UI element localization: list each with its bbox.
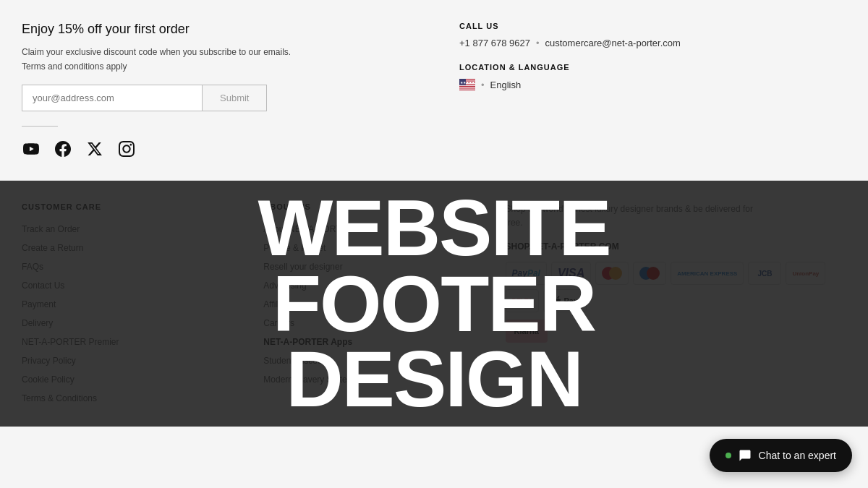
chat-bubble[interactable]: Chat to an expert bbox=[710, 439, 852, 472]
overlay-text: WEBSITE FOOTER DESIGN bbox=[258, 190, 610, 417]
svg-rect-5 bbox=[459, 87, 475, 87]
footer-section: CUSTOMER CARE Track an Order Create a Re… bbox=[0, 181, 868, 427]
phone-row: +1 877 678 9627 • customercare@net-a-por… bbox=[459, 38, 839, 48]
top-section: Enjoy 15% off your first order Claim you… bbox=[0, 0, 868, 181]
overlay-line1: WEBSITE bbox=[258, 190, 610, 266]
chat-status-dot bbox=[726, 453, 731, 458]
chat-icon bbox=[739, 449, 752, 462]
bullet-dot: • bbox=[481, 80, 485, 90]
svg-rect-4 bbox=[459, 85, 475, 86]
instagram-icon[interactable] bbox=[117, 140, 136, 158]
newsletter-title: Enjoy 15% off your first order bbox=[22, 22, 401, 37]
divider bbox=[22, 126, 58, 127]
overlay-line2: FOOTER bbox=[258, 266, 610, 342]
separator-dot: • bbox=[536, 38, 540, 48]
svg-text:★★★★★★: ★★★★★★ bbox=[460, 80, 475, 85]
newsletter-terms: Terms and conditions apply bbox=[22, 61, 401, 72]
contact-email: customercare@net-a-porter.com bbox=[545, 38, 681, 48]
contact-area: CALL US +1 877 678 9627 • customercare@n… bbox=[430, 22, 839, 158]
us-flag-icon: ★★★★★★ bbox=[459, 79, 475, 90]
newsletter-area: Enjoy 15% off your first order Claim you… bbox=[22, 22, 401, 158]
svg-rect-6 bbox=[459, 89, 475, 90]
newsletter-form: Submit bbox=[22, 85, 401, 111]
email-input[interactable] bbox=[22, 85, 203, 111]
call-us-label: CALL US bbox=[459, 22, 839, 30]
chat-label: Chat to an expert bbox=[759, 450, 836, 461]
phone-number: +1 877 678 9627 bbox=[459, 38, 530, 48]
newsletter-desc: Claim your exclusive discount code when … bbox=[22, 46, 401, 59]
location-row: ★★★★★★ • English bbox=[459, 79, 839, 90]
location-label: LOCATION & LANGUAGE bbox=[459, 63, 839, 72]
overlay: WEBSITE FOOTER DESIGN bbox=[0, 181, 868, 427]
facebook-icon[interactable] bbox=[54, 140, 72, 158]
twitter-icon[interactable] bbox=[85, 140, 104, 158]
social-icons bbox=[22, 140, 401, 158]
submit-button[interactable]: Submit bbox=[203, 85, 267, 111]
youtube-icon[interactable] bbox=[22, 140, 41, 158]
language-text: English bbox=[490, 80, 522, 90]
overlay-line3: DESIGN bbox=[258, 341, 610, 417]
